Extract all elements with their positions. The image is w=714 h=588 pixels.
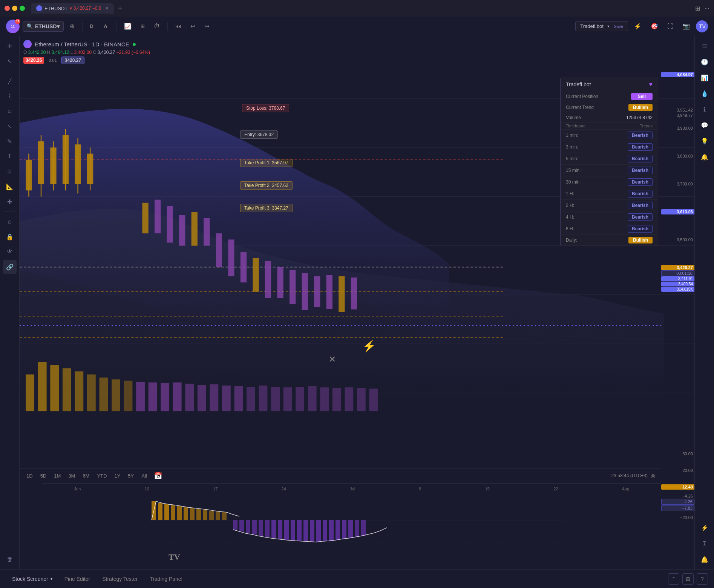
svg-rect-96 bbox=[271, 520, 276, 538]
trash-icon[interactable]: 🗑 bbox=[3, 553, 17, 566]
pine-editor-tab[interactable]: Pine Editor bbox=[58, 573, 96, 585]
timeframe-5d[interactable]: 5D bbox=[37, 471, 51, 481]
svg-rect-16 bbox=[50, 365, 59, 411]
svg-text:✕: ✕ bbox=[329, 354, 336, 364]
maximize-button[interactable] bbox=[20, 6, 25, 11]
timeframe-1d[interactable]: 1D bbox=[23, 471, 37, 481]
svg-rect-29 bbox=[210, 384, 218, 411]
svg-rect-70 bbox=[326, 275, 332, 309]
gann-tool-icon[interactable]: ⌑ bbox=[3, 104, 17, 118]
window-tile-icon[interactable]: ⊞ bbox=[695, 5, 700, 12]
trend-line-icon[interactable]: ╱ bbox=[3, 74, 17, 88]
alert-button[interactable]: 🎯 bbox=[648, 20, 661, 32]
add-tab-button[interactable]: + bbox=[115, 3, 125, 13]
svg-rect-24 bbox=[149, 383, 157, 411]
timeframe-6m[interactable]: 6M bbox=[79, 471, 93, 481]
link-icon[interactable]: 🔗 bbox=[3, 260, 17, 274]
bulb-icon[interactable]: 💡 bbox=[698, 134, 711, 148]
trend-1min-badge: Bearish bbox=[628, 132, 653, 139]
indicators-button[interactable]: 📈 bbox=[121, 20, 135, 32]
osc-30: 30.00 bbox=[661, 451, 694, 456]
bell-icon[interactable]: 🔔 bbox=[698, 150, 711, 164]
undo-button[interactable]: ↩ bbox=[187, 20, 198, 32]
replay-button[interactable]: ⏱ bbox=[151, 21, 163, 32]
window-more-icon[interactable]: ··· bbox=[705, 5, 709, 12]
templates-button[interactable]: ⊞ bbox=[138, 21, 148, 31]
price-3411: 3,411.91 bbox=[661, 276, 694, 281]
strategy-tester-tab[interactable]: Strategy Tester bbox=[96, 573, 144, 585]
clock-icon[interactable]: 🕐 bbox=[698, 55, 711, 69]
svg-rect-28 bbox=[198, 385, 206, 411]
chart-icon[interactable]: 📊 bbox=[698, 71, 711, 84]
watchlist-icon[interactable]: ⌂ bbox=[3, 215, 17, 228]
performance-button[interactable]: ⚡ bbox=[631, 20, 645, 32]
calendar-icon[interactable]: 🗓 bbox=[698, 537, 711, 550]
alert-icon[interactable]: 🔔 bbox=[698, 553, 711, 566]
main-action-button[interactable]: TV bbox=[696, 20, 708, 32]
cursor-tool-icon[interactable]: ✛ bbox=[3, 39, 17, 53]
collapse-button[interactable]: ⌃ bbox=[668, 573, 679, 585]
svg-rect-18 bbox=[75, 371, 83, 411]
fast-back-button[interactable]: ⏮ bbox=[172, 21, 184, 32]
svg-rect-38 bbox=[320, 387, 329, 411]
tradefi-bot-button[interactable]: Tradefi.bot ▾ Save bbox=[575, 21, 628, 31]
lightning-icon[interactable]: ⚡ bbox=[698, 521, 711, 534]
go-to-realtime[interactable]: ◎ bbox=[648, 470, 658, 481]
chat-icon[interactable]: 💬 bbox=[698, 118, 711, 132]
measure-tool-icon[interactable]: 📐 bbox=[3, 180, 17, 193]
add-symbol-button[interactable]: ⊕ bbox=[67, 20, 78, 32]
eye-icon[interactable]: 👁 bbox=[3, 245, 17, 259]
stock-screener-tab[interactable]: Stock Screener ▾ bbox=[6, 573, 58, 585]
trend-3min-badge: Bearish bbox=[628, 143, 653, 151]
svg-rect-35 bbox=[283, 387, 292, 411]
fullscreen-button[interactable]: ⛶ bbox=[664, 21, 676, 32]
fib-tool-icon[interactable]: ⤡ bbox=[3, 119, 17, 133]
svg-rect-108 bbox=[348, 520, 353, 538]
redo-button[interactable]: ↪ bbox=[201, 20, 212, 32]
tab-close-icon[interactable]: ✕ bbox=[105, 6, 109, 11]
user-avatar[interactable]: 11 11 bbox=[6, 20, 20, 33]
svg-rect-105 bbox=[329, 520, 334, 541]
timeframe-1m[interactable]: 1M bbox=[50, 471, 64, 481]
water-icon[interactable]: 💧 bbox=[698, 87, 711, 100]
pine-editor-label: Pine Editor bbox=[64, 576, 90, 582]
svg-rect-26 bbox=[173, 383, 182, 411]
symbol-search[interactable]: 🔍 ETHUSD▾ bbox=[23, 21, 64, 32]
info-icon[interactable]: ℹ bbox=[698, 103, 711, 116]
timeline-24: 24 bbox=[282, 487, 286, 491]
camera-button[interactable]: 📷 bbox=[679, 20, 693, 32]
svg-rect-63 bbox=[241, 252, 247, 282]
timeframe-3m[interactable]: 3M bbox=[64, 471, 79, 481]
brush-tool-icon[interactable]: ✎ bbox=[3, 135, 17, 148]
maximize-panel-button[interactable]: ⊞ bbox=[682, 573, 694, 585]
timeframe-1y[interactable]: 1Y bbox=[110, 471, 124, 481]
svg-rect-32 bbox=[247, 387, 255, 411]
trading-panel-tab[interactable]: Trading Panel bbox=[144, 573, 188, 585]
text-tool-icon[interactable]: T bbox=[3, 150, 17, 163]
help-button[interactable]: ? bbox=[697, 573, 708, 585]
zoom-tool-icon[interactable]: ✚ bbox=[3, 195, 17, 208]
svg-rect-97 bbox=[278, 520, 282, 539]
trend-5min-row: 5 min: Bearish bbox=[561, 153, 658, 165]
timeframe-all[interactable]: All bbox=[138, 471, 150, 481]
interval-button[interactable]: D bbox=[87, 21, 97, 31]
svg-rect-22 bbox=[124, 381, 133, 411]
svg-rect-36 bbox=[296, 387, 304, 411]
svg-rect-20 bbox=[100, 378, 108, 412]
chart-header: Ethereum / TetherUS · 1D · BINANCE ● O 3… bbox=[23, 40, 150, 64]
minimize-button[interactable] bbox=[12, 6, 17, 11]
layers-icon[interactable]: ☰ bbox=[698, 39, 711, 53]
date-range-picker[interactable]: 📅 bbox=[151, 469, 165, 482]
emoji-tool-icon[interactable]: ☺ bbox=[3, 165, 17, 178]
timeframe-ytd[interactable]: YTD bbox=[93, 471, 110, 481]
lock-icon[interactable]: 🔒 bbox=[3, 230, 17, 243]
tradefi-panel: Tradefi.bot ♥ Current Position Sell Curr… bbox=[560, 78, 658, 246]
close-button[interactable] bbox=[5, 6, 10, 11]
timeline-8: 8 bbox=[419, 487, 421, 491]
tab-ethusdt[interactable]: ETHUSDT ▾ 3,420.27 −0.6 ✕ bbox=[31, 3, 114, 14]
timeframe-5y[interactable]: 5Y bbox=[124, 471, 138, 481]
chart-type-button[interactable]: 🕯 bbox=[100, 21, 112, 32]
select-tool-icon[interactable]: ↖ bbox=[3, 54, 17, 68]
timeline-aug: Aug bbox=[622, 487, 630, 491]
draw-tool-icon[interactable]: ⌇ bbox=[3, 89, 17, 103]
